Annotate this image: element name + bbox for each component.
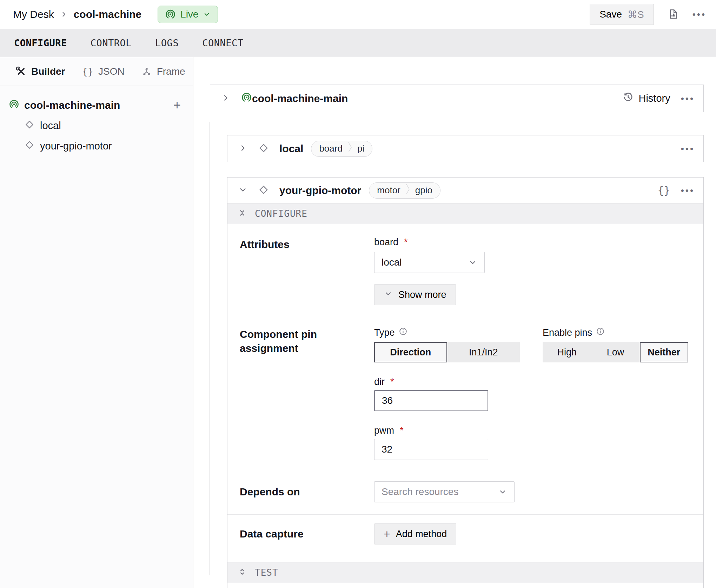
history-button[interactable]: History <box>622 92 670 105</box>
machine-part-more-menu[interactable]: ••• <box>681 94 695 103</box>
add-method-label: Add method <box>396 529 447 540</box>
configure-section-label: CONFIGURE <box>255 208 307 219</box>
frame-axes-icon <box>141 66 152 77</box>
tag-type: motor <box>369 183 406 198</box>
attributes-section: Attributes board* local <box>227 224 703 316</box>
tree-item-your-gpio-motor[interactable]: your-gpio-motor <box>0 136 193 156</box>
depends-on-placeholder: Search resources <box>382 486 458 497</box>
diamond-icon <box>25 140 34 152</box>
machine-tabbar: CONFIGURE CONTROL LOGS CONNECT <box>0 29 716 57</box>
info-icon[interactable] <box>398 327 408 339</box>
enable-pins-toggle: High Low Neither <box>543 342 688 362</box>
required-marker: * <box>390 376 394 387</box>
local-board-more-menu[interactable]: ••• <box>681 144 695 153</box>
ellipsis-icon: ••• <box>681 144 695 153</box>
depends-on-select[interactable]: Search resources <box>374 481 515 502</box>
top-header: My Desk cool-machine Live Save ⌘S <box>0 0 716 29</box>
enable-option-neither[interactable]: Neither <box>640 342 688 362</box>
enable-option-low[interactable]: Low <box>591 342 639 362</box>
configure-section-bar[interactable]: CONFIGURE <box>227 203 703 224</box>
diamond-icon <box>25 120 34 132</box>
collapse-card-button[interactable] <box>238 185 248 196</box>
tree-connector-line <box>210 122 210 575</box>
type-toggle: Direction In1/In2 <box>374 342 520 362</box>
dir-pin-input[interactable] <box>374 390 488 411</box>
local-board-card: local board pi ••• <box>227 135 704 162</box>
pwm-pin-input[interactable] <box>374 439 488 460</box>
required-marker: * <box>400 425 404 436</box>
type-option-direction[interactable]: Direction <box>374 342 447 362</box>
gpio-motor-card-header: your-gpio-motor motor gpio {} ••• <box>227 178 703 203</box>
chevron-down-icon <box>498 487 507 496</box>
expand-card-button[interactable] <box>238 143 248 154</box>
diamond-icon <box>258 143 269 155</box>
wrench-icon <box>16 66 26 77</box>
resource-type-tag: board pi <box>311 141 372 157</box>
ellipsis-icon: ••• <box>681 186 695 195</box>
type-field-label: Type <box>374 327 520 339</box>
depends-on-section: Depends on Search resources <box>227 469 703 514</box>
history-label: History <box>638 93 670 104</box>
diamond-icon <box>258 185 269 196</box>
tree-item-local[interactable]: local <box>0 115 193 136</box>
mode-builder[interactable]: Builder <box>16 66 65 77</box>
tab-logs[interactable]: LOGS <box>155 38 179 48</box>
required-marker: * <box>404 237 408 248</box>
expand-card-button[interactable] <box>221 93 231 104</box>
config-sidebar: Builder {} JSON Frame <box>0 57 193 588</box>
save-shortcut: ⌘S <box>628 9 644 20</box>
resource-tree: cool-machine-main + local your-gpio-moto… <box>0 86 193 156</box>
header-actions: Save ⌘S ••• <box>590 4 706 25</box>
pwm-field-label: pwm* <box>374 425 688 436</box>
mode-json[interactable]: {} JSON <box>82 66 124 77</box>
view-mode-switcher: Builder {} JSON Frame <box>0 57 193 86</box>
data-capture-section: Data capture + Add method <box>227 514 703 562</box>
chevron-down-icon <box>468 258 477 267</box>
machine-name: cool-machine <box>74 8 141 20</box>
type-option-in1in2[interactable]: In1/In2 <box>447 342 520 362</box>
tag-type: board <box>311 141 348 156</box>
board-field-label: board* <box>374 237 485 248</box>
ellipsis-icon: ••• <box>681 94 695 103</box>
file-chart-icon <box>667 8 679 21</box>
card-bottom-space <box>227 583 703 588</box>
mode-frame[interactable]: Frame <box>141 66 185 77</box>
enable-option-high[interactable]: High <box>543 342 591 362</box>
save-button[interactable]: Save ⌘S <box>590 4 654 25</box>
header-more-menu-button[interactable]: ••• <box>692 10 706 19</box>
pin-assignment-section: Component pin assignment Type <box>227 316 703 469</box>
collapse-vertical-icon <box>237 208 247 219</box>
machine-status-dropdown[interactable]: Live <box>158 6 218 23</box>
tab-connect[interactable]: CONNECT <box>202 38 243 48</box>
resource-type-tag: motor gpio <box>369 182 440 199</box>
machine-part-title: cool-machine-main <box>252 93 348 105</box>
edit-json-button[interactable]: {} <box>658 184 670 196</box>
dir-field-label: dir* <box>374 376 688 387</box>
chevron-right-icon <box>60 10 68 19</box>
gpio-motor-more-menu[interactable]: ••• <box>681 186 695 195</box>
braces-icon: {} <box>658 184 670 196</box>
tab-control[interactable]: CONTROL <box>91 38 132 48</box>
board-select[interactable]: local <box>374 252 485 273</box>
tag-divider-chevron <box>348 141 352 157</box>
breadcrumb-parent[interactable]: My Desk <box>13 8 54 20</box>
tag-model: gpio <box>410 183 440 198</box>
status-label: Live <box>180 9 198 20</box>
info-icon[interactable] <box>596 327 605 339</box>
test-section-bar[interactable]: TEST <box>227 562 703 583</box>
show-more-label: Show more <box>398 289 446 300</box>
add-component-button[interactable]: + <box>173 99 181 112</box>
plus-icon: + <box>384 528 390 540</box>
tree-item-machine-part[interactable]: cool-machine-main + <box>0 95 193 115</box>
show-more-button[interactable]: Show more <box>374 284 456 305</box>
config-canvas: cool-machine-main History ••• <box>193 57 716 588</box>
machine-report-button[interactable] <box>667 8 679 21</box>
add-method-button[interactable]: + Add method <box>374 523 456 544</box>
app-window: My Desk cool-machine Live Save ⌘S <box>0 0 716 588</box>
machine-part-card: cool-machine-main History ••• <box>210 85 704 112</box>
tree-item-label: your-gpio-motor <box>40 140 112 152</box>
chevron-down-icon <box>203 11 211 18</box>
history-icon <box>622 92 634 105</box>
tab-configure[interactable]: CONFIGURE <box>14 38 67 48</box>
tree-item-label: local <box>40 120 61 132</box>
